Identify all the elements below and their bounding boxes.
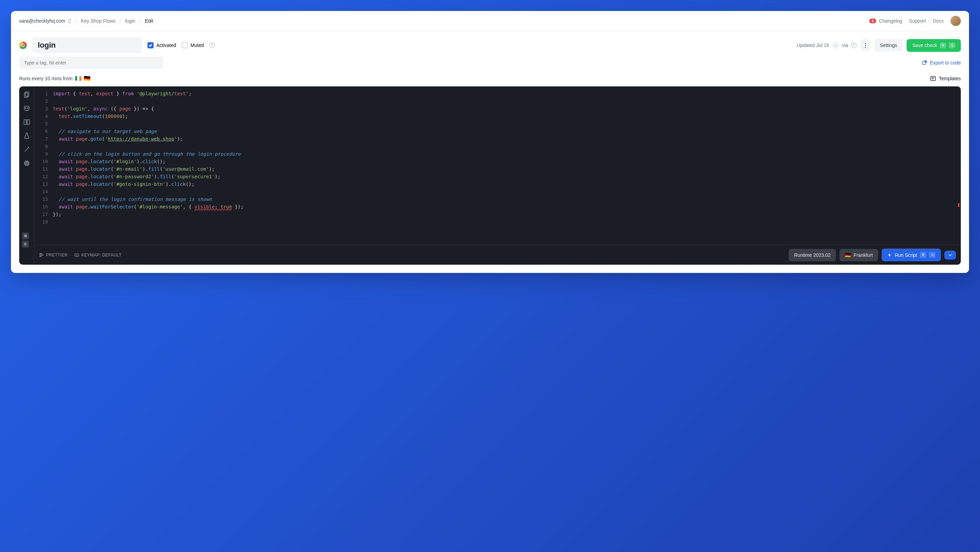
templates-label: Templates bbox=[939, 76, 961, 81]
templates-icon bbox=[930, 75, 936, 81]
flask-icon[interactable] bbox=[23, 132, 30, 139]
via-help-icon[interactable]: ? bbox=[851, 43, 857, 48]
breadcrumb-separator: / bbox=[120, 18, 121, 24]
header: Activated Muted ? Updated Jul 16 – via ?… bbox=[11, 31, 969, 54]
prettier-icon bbox=[39, 253, 44, 258]
help-icon[interactable]: ? bbox=[210, 43, 215, 48]
account-email: sara@checklyhq.com bbox=[19, 18, 65, 24]
save-kbd2: S bbox=[949, 43, 955, 48]
updated-by-pill[interactable]: – bbox=[832, 41, 839, 49]
code-editor: 123456789101112131415161718 import { tes… bbox=[19, 86, 961, 265]
svg-point-0 bbox=[865, 43, 866, 44]
error-marker bbox=[958, 203, 959, 207]
tag-input[interactable] bbox=[19, 57, 163, 69]
header-right: Updated Jul 16 – via ? Settings Save che… bbox=[797, 39, 961, 52]
editor-body: 123456789101112131415161718 import { tes… bbox=[34, 86, 961, 265]
export-to-code-link[interactable]: Export to code bbox=[922, 60, 961, 65]
via-label: via bbox=[842, 43, 848, 48]
files-icon[interactable] bbox=[23, 91, 30, 98]
runs-label: Runs every 10 mins from bbox=[19, 76, 73, 81]
editor-footer: PRETTIER KEYMAP: DEFAULT Runtime 2023.02… bbox=[34, 245, 961, 265]
svg-rect-12 bbox=[26, 162, 27, 164]
prettier-label: PRETTIER bbox=[46, 253, 68, 258]
editor-shortcut-badges: ⌘ B bbox=[22, 232, 29, 248]
svg-rect-11 bbox=[25, 161, 29, 165]
save-kbd1: ⌘ bbox=[940, 43, 947, 48]
muted-label: Muted bbox=[191, 43, 204, 48]
topbar-right: 6 Changelog Support Docs bbox=[869, 16, 961, 26]
split-icon[interactable] bbox=[23, 119, 30, 126]
changelog-label: Changelog bbox=[879, 18, 902, 24]
editor-wrap: 123456789101112131415161718 import { tes… bbox=[11, 86, 969, 273]
updated-label: Updated Jul 16 bbox=[797, 43, 829, 48]
support-link[interactable]: Support bbox=[909, 18, 926, 24]
bolt-icon bbox=[887, 253, 892, 258]
breadcrumb-separator: / bbox=[75, 18, 77, 24]
breadcrumb-group[interactable]: Key Shop Flows bbox=[81, 18, 116, 24]
chevron-down-icon bbox=[948, 254, 952, 256]
changelog-badge: 6 bbox=[869, 19, 876, 23]
keymap-button[interactable]: KEYMAP: DEFAULT bbox=[75, 253, 121, 258]
location-button[interactable]: 🇩🇪 Frankfurt bbox=[839, 249, 878, 261]
inforow: Runs every 10 mins from 🇮🇪 🇩🇪 Templates bbox=[11, 72, 969, 86]
changelog-link[interactable]: 6 Changelog bbox=[869, 18, 902, 24]
breadcrumb-check[interactable]: login bbox=[125, 18, 135, 24]
run-dropdown-button[interactable] bbox=[944, 251, 956, 259]
code-content[interactable]: import { test, expect } from '@playwrigh… bbox=[53, 90, 961, 241]
muted-toggle[interactable]: Muted bbox=[182, 42, 204, 48]
svg-rect-5 bbox=[25, 92, 29, 96]
chip-icon[interactable] bbox=[23, 160, 30, 167]
svg-rect-16 bbox=[75, 254, 79, 256]
svg-rect-9 bbox=[24, 120, 26, 124]
export-icon bbox=[922, 60, 927, 65]
topbar: sara@checklyhq.com / Key Shop Flows / lo… bbox=[11, 11, 969, 31]
more-menu-button[interactable] bbox=[861, 39, 870, 51]
shortcut-badge-b: B bbox=[22, 241, 29, 248]
runtime-button[interactable]: Runtime 2023.02 bbox=[789, 249, 836, 261]
save-check-button[interactable]: Save check ⌘ S bbox=[907, 39, 961, 52]
code-area[interactable]: 123456789101112131415161718 import { tes… bbox=[34, 86, 961, 245]
account-selector[interactable]: sara@checklyhq.com bbox=[19, 18, 71, 24]
shortcut-badge-cmd: ⌘ bbox=[22, 232, 29, 239]
run-kbd1: ⌘ bbox=[920, 252, 926, 258]
check-title-input[interactable] bbox=[32, 37, 142, 53]
svg-rect-6 bbox=[24, 93, 28, 97]
prettier-button[interactable]: PRETTIER bbox=[39, 253, 68, 258]
settings-button[interactable]: Settings bbox=[874, 39, 903, 51]
save-label: Save check bbox=[912, 43, 937, 48]
run-label: Run Script bbox=[895, 252, 917, 258]
activated-checkbox[interactable] bbox=[148, 42, 154, 48]
breadcrumb-current: Edit bbox=[145, 18, 153, 24]
svg-rect-15 bbox=[40, 256, 41, 257]
wand-icon[interactable] bbox=[23, 146, 30, 153]
muted-checkbox[interactable] bbox=[182, 42, 188, 48]
avatar[interactable] bbox=[950, 16, 961, 26]
line-gutter: 123456789101112131415161718 bbox=[34, 90, 53, 241]
svg-rect-14 bbox=[40, 255, 43, 255]
svg-rect-4 bbox=[931, 76, 935, 81]
updown-icon bbox=[68, 19, 71, 23]
settings-label: Settings bbox=[880, 43, 897, 48]
activated-toggle[interactable]: Activated bbox=[148, 42, 176, 48]
svg-rect-13 bbox=[40, 253, 42, 254]
docs-link[interactable]: Docs bbox=[933, 18, 943, 24]
templates-link[interactable]: Templates bbox=[930, 75, 961, 81]
dots-vertical-icon bbox=[865, 43, 866, 48]
svg-point-7 bbox=[25, 108, 26, 108]
flag-germany-icon: 🇩🇪 bbox=[845, 252, 851, 258]
app-window: sara@checklyhq.com / Key Shop Flows / lo… bbox=[11, 11, 969, 273]
footer-right: Runtime 2023.02 🇩🇪 Frankfurt Run Script … bbox=[789, 248, 956, 261]
mask-icon[interactable] bbox=[23, 105, 30, 112]
svg-point-8 bbox=[27, 108, 28, 108]
flag-ireland-icon: 🇮🇪 bbox=[75, 75, 82, 81]
breadcrumb-separator: / bbox=[140, 18, 141, 24]
footer-left: PRETTIER KEYMAP: DEFAULT bbox=[39, 253, 122, 258]
location-label: Frankfurt bbox=[853, 252, 873, 258]
activated-label: Activated bbox=[156, 43, 176, 48]
flag-germany-icon: 🇩🇪 bbox=[84, 75, 91, 81]
export-label: Export to code bbox=[930, 60, 961, 65]
run-script-button[interactable]: Run Script ⌘ ⏎ bbox=[881, 248, 941, 261]
chrome-icon bbox=[19, 41, 27, 49]
runs-info: Runs every 10 mins from 🇮🇪 🇩🇪 bbox=[19, 75, 91, 81]
runtime-label: Runtime 2023.02 bbox=[794, 252, 831, 258]
